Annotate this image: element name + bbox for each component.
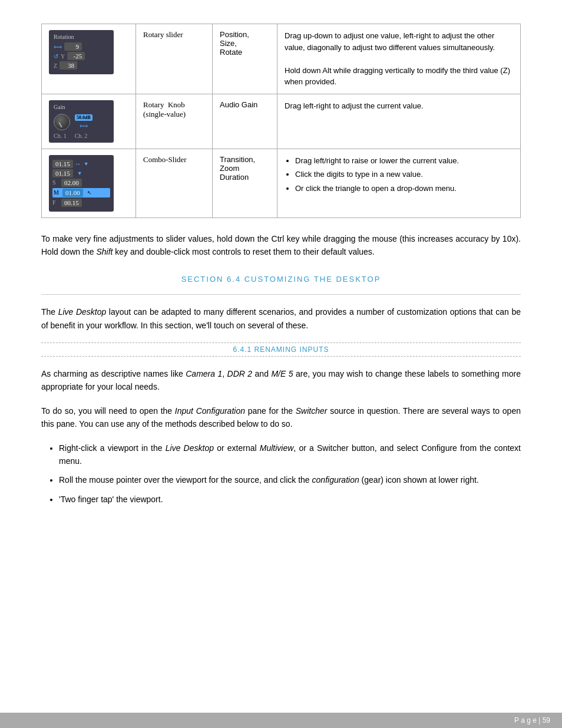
combo-widget: 01.15 ↔ ▼ 01.15 ▼ S 02.00 — [49, 155, 114, 212]
rotation-x-row: ⟺ 9 — [54, 42, 109, 51]
combo-m-row: M 01.00 ↖ — [52, 188, 110, 197]
combo-val2: 01.15 — [52, 169, 73, 177]
channel-row: Ch. 1 Ch. 2 — [54, 133, 109, 139]
combo-dropdown2: ▼ — [77, 170, 82, 176]
rotation-y-val: -25 — [67, 52, 85, 60]
col2-rotary-knob: Rotary Knob(single-value) — [136, 94, 213, 149]
section-6-4-heading: SECTION 6.4 CUSTOMIZING THE DESKTOP — [41, 275, 521, 284]
col3-position: Position,Size,Rotate — [213, 24, 277, 94]
rotation-widget-title: Rotation — [54, 34, 109, 40]
desc-combo: Drag left/right to raise or lower the cu… — [277, 149, 521, 218]
col3-transition: Transition,ZoomDuration — [213, 149, 277, 218]
db-badge: 50.0dB — [75, 114, 92, 121]
subsection-normal: 6.4.1 — [233, 345, 254, 354]
gain-widget: Gain 50.0dB ⟺ Ch. 1 Ch. 2 — [49, 100, 114, 143]
gain-widget-title: Gain — [54, 104, 109, 110]
bullet-1: Right-click a viewport in the Live Deskt… — [59, 442, 521, 468]
ch2-label: Ch. 2 — [75, 133, 88, 139]
page-footer: P a g e | 59 — [0, 713, 562, 728]
move-icon: ⟺ — [54, 44, 62, 50]
z-label: Z — [54, 62, 57, 69]
rotation-z-val: 38 — [59, 61, 77, 70]
desc-rotary-slider: Drag up-down to adjust one value, left-r… — [277, 24, 521, 94]
bullet-3: 'Two finger tap' the viewport. — [59, 493, 521, 506]
combo-bullet-1: Drag left/right to raise or lower the cu… — [295, 155, 513, 167]
s-val: 02.00 — [61, 179, 82, 187]
table-row: Rotation ⟺ 9 ↺ Y -25 Z 38 — [42, 24, 521, 94]
subsection-6-4-1-heading: 6.4.1 RENAMING INPUTS — [41, 345, 521, 354]
f-label: F — [52, 199, 59, 206]
combo-bullet-2: Click the digits to type in a new value. — [295, 169, 513, 180]
ch1-label: Ch. 1 — [54, 133, 67, 139]
gain-knob — [54, 114, 70, 130]
combo-dropdown1: ▼ — [84, 161, 89, 167]
rotation-widget: Rotation ⟺ 9 ↺ Y -25 Z 38 — [49, 30, 114, 74]
controls-table: Rotation ⟺ 9 ↺ Y -25 Z 38 — [41, 24, 521, 218]
gain-knob-row: 50.0dB ⟺ — [54, 114, 109, 130]
body-para4: To do so, you will need to open the Inpu… — [41, 404, 521, 431]
s-label: S — [52, 179, 59, 186]
col3-audio-gain: Audio Gain — [213, 94, 277, 149]
desc-rotary-knob: Drag left-right to adjust the current va… — [277, 94, 521, 149]
f-val: 00.15 — [61, 199, 82, 207]
widget-cell-combo: 01.15 ↔ ▼ 01.15 ▼ S 02.00 — [42, 149, 136, 218]
combo-row2: 01.15 ▼ — [52, 169, 110, 177]
subsection-6-4-1-container: 6.4.1 RENAMING INPUTS — [41, 342, 521, 357]
combo-arrow1: ↔ — [75, 160, 81, 167]
combo-f-row: F 00.15 — [52, 199, 110, 207]
rotation-z-row: Z 38 — [54, 61, 109, 70]
body-para3: As charming as descriptive names like Ca… — [41, 367, 521, 394]
bullet-2: Roll the mouse pointer over the viewport… — [59, 473, 521, 486]
section-normal: SECTION 6.4 — [181, 275, 244, 284]
body-para1: To make very fine adjustments to slider … — [41, 232, 521, 259]
subsection-colored: RENAMING INPUTS — [254, 345, 329, 354]
table-row: 01.15 ↔ ▼ 01.15 ▼ S 02.00 — [42, 149, 521, 218]
section-colored: CUSTOMIZING THE DESKTOP — [244, 275, 381, 284]
cursor-icon: ↖ — [87, 190, 92, 196]
widget-cell-gain: Gain 50.0dB ⟺ Ch. 1 Ch. 2 — [42, 94, 136, 149]
body-para2: The Live Desktop layout can be adapted t… — [41, 305, 521, 332]
section-rule — [41, 294, 521, 295]
rotate-icon: ↺ — [54, 53, 58, 60]
combo-s-row: S 02.00 — [52, 179, 110, 187]
combo-bullet-3: Or click the triangle to open a drop-dow… — [295, 183, 513, 195]
col2-rotary-slider: Rotary slider — [136, 24, 213, 94]
combo-bullets: Drag left/right to raise or lower the cu… — [285, 155, 513, 195]
body-bullets: Right-click a viewport in the Live Deskt… — [59, 442, 521, 506]
m-val: 01.00 — [62, 189, 83, 197]
page-number: P a g e | 59 — [514, 716, 550, 724]
arrow-icon: ⟺ — [80, 123, 88, 129]
combo-row1: 01.15 ↔ ▼ — [52, 160, 110, 168]
rotation-x-val: 9 — [64, 42, 82, 51]
table-row: Gain 50.0dB ⟺ Ch. 1 Ch. 2 — [42, 94, 521, 149]
combo-val1: 01.15 — [52, 160, 73, 168]
rotation-y-row: ↺ Y -25 — [54, 52, 109, 60]
col2-combo: Combo-Slider — [136, 149, 213, 218]
y-label: Y — [61, 53, 65, 60]
widget-cell-rotation: Rotation ⟺ 9 ↺ Y -25 Z 38 — [42, 24, 136, 94]
m-label: M — [54, 189, 61, 196]
